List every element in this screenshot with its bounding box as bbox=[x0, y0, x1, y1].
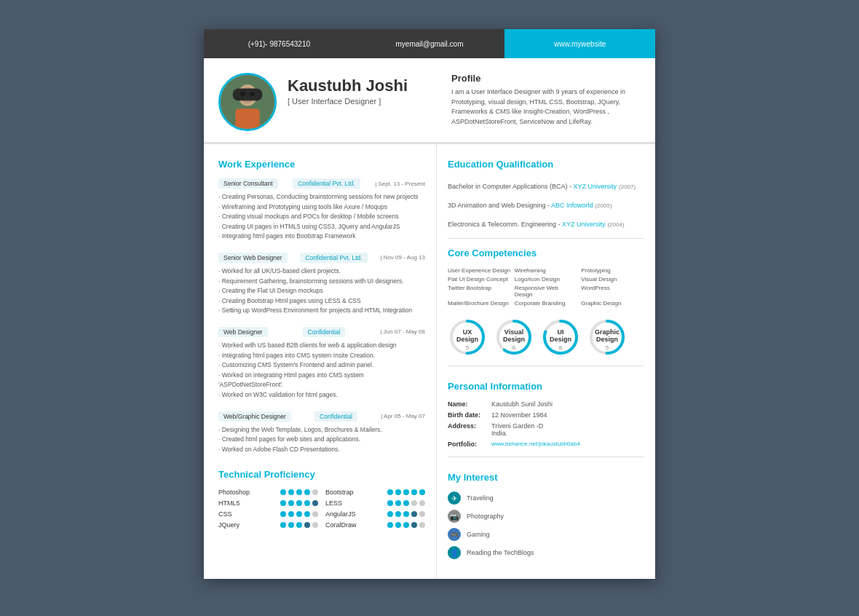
education-heading: Education Qualification bbox=[448, 159, 644, 170]
competency-item: Visual Design bbox=[581, 276, 644, 283]
edu-degree: 3D Animation and Web Designing - ABC Inf… bbox=[448, 202, 593, 209]
competency-item: Flat UI Design Concept bbox=[448, 276, 511, 283]
jobs-list: Senior Consultant Confidential Pvt. Ltd.… bbox=[218, 178, 425, 454]
job-dates: | Sept. 13 - Present bbox=[375, 181, 425, 187]
tech-name: Bootstrap bbox=[325, 489, 369, 496]
dot-filled bbox=[403, 522, 409, 528]
dot-filled bbox=[280, 522, 286, 528]
competency-item: Logo/Icon Design bbox=[515, 276, 578, 283]
dot-filled bbox=[403, 489, 409, 495]
tech-skill-row: HTML5 bbox=[218, 499, 318, 507]
dot-dark bbox=[411, 522, 417, 528]
circle-svg: UX Design 5 bbox=[448, 317, 487, 357]
phone-contact: (+91)- 9876543210 bbox=[204, 29, 355, 58]
portfolio-value: www.behance.net/jokaustubh0ab4 bbox=[491, 441, 580, 448]
job-bullet: Customizing CMS System's Frontend and ad… bbox=[218, 360, 425, 371]
email-text: myemail@gmail.com bbox=[396, 40, 464, 48]
job-bullet: Worked on integrating Html pages into CM… bbox=[218, 371, 425, 390]
interest-icon: 🎮 bbox=[448, 528, 461, 541]
edu-institution[interactable]: XYZ University bbox=[574, 183, 617, 190]
interest-label: Gaming bbox=[467, 531, 490, 538]
dot-empty bbox=[411, 500, 417, 506]
dot-filled bbox=[395, 522, 401, 528]
dot-filled bbox=[304, 511, 310, 517]
technical-heading: Technical Proficiency bbox=[218, 469, 425, 480]
job-title: Web/Graphic Designer bbox=[218, 411, 291, 422]
dot-filled bbox=[395, 511, 401, 517]
job-company: Confidential Pvt. Ltd. bbox=[293, 178, 360, 189]
skill-circles: UX Design 5 Visual Design 6 UI Design 8 … bbox=[448, 317, 644, 357]
tech-name: Photoshop bbox=[218, 489, 262, 496]
skill-circle: UI Design 8 bbox=[541, 317, 580, 357]
interest-icon: 📷 bbox=[448, 510, 461, 523]
skill-circle: Visual Design 6 bbox=[494, 317, 534, 357]
dot-dark bbox=[304, 522, 310, 528]
name-label: Name: bbox=[448, 400, 491, 408]
interests-heading: My Interest bbox=[448, 472, 644, 483]
competency-item: Wireframing bbox=[515, 267, 578, 274]
edu-institution[interactable]: ABC Infoworld bbox=[551, 202, 593, 209]
dot-empty bbox=[419, 511, 425, 517]
personal-info-heading: Personal Information bbox=[448, 381, 644, 392]
edu-year: (2004) bbox=[607, 221, 624, 228]
job-entry: Web Designer Confidential | Jun 07 - May… bbox=[218, 327, 425, 400]
edu-degree: Electronics & Telecomm. Engineering - XY… bbox=[448, 221, 605, 228]
competency-item: Corporate Branding bbox=[515, 300, 578, 307]
interests-list: ✈ Traveling 📷 Photography 🎮 Gaming 👤 Rea… bbox=[448, 491, 644, 559]
dot-filled bbox=[296, 511, 302, 517]
tech-name: LESS bbox=[325, 499, 369, 507]
work-experience-heading: Work Experience bbox=[218, 159, 425, 170]
dot-empty bbox=[312, 489, 318, 495]
dot-filled bbox=[296, 500, 302, 506]
tech-skills-grid: PhotoshopBootstrapHTML5LESSCSSAngularJSJ… bbox=[218, 489, 425, 529]
svg-text:Visual: Visual bbox=[504, 328, 523, 336]
dot-filled bbox=[296, 489, 302, 495]
address-value: Triveni Garden -D India. bbox=[491, 422, 543, 437]
education-list: Bachelor in Computer Applications (BCA) … bbox=[448, 178, 644, 229]
birthdate-info-row: Birth date: 12 November 1984 bbox=[448, 411, 644, 419]
svg-text:Design: Design bbox=[456, 336, 478, 343]
job-bullet: Creating Bootstrap Html pages using LESS… bbox=[218, 296, 425, 307]
tech-name: JQuery bbox=[218, 521, 262, 529]
tech-name: CSS bbox=[218, 510, 262, 518]
profile-section: Kaustubh Joshi [ User Interface Designer… bbox=[204, 58, 655, 144]
divider-1 bbox=[448, 238, 644, 239]
dot-filled bbox=[288, 522, 294, 528]
technical-proficiency-section: Technical Proficiency PhotoshopBootstrap… bbox=[218, 469, 425, 529]
competency-item: Responsive Web Design bbox=[515, 285, 578, 298]
interest-item: ✈ Traveling bbox=[448, 491, 644, 505]
svg-text:UX: UX bbox=[463, 328, 472, 336]
edu-year: (2007) bbox=[619, 183, 636, 190]
address-label: Address: bbox=[448, 422, 491, 437]
tech-name: HTML5 bbox=[218, 499, 262, 507]
job-bullet: Requirement Gathering, brainstorming ses… bbox=[218, 277, 425, 287]
interest-icon: ✈ bbox=[448, 491, 461, 505]
interest-label: Reading the TechBlogs bbox=[467, 549, 534, 556]
job-bullet: Worked on W3C validation for html pages. bbox=[218, 390, 425, 400]
svg-point-5 bbox=[240, 92, 245, 96]
svg-text:Design: Design bbox=[596, 336, 618, 343]
competency-item: Graphic Design bbox=[581, 300, 644, 307]
svg-point-6 bbox=[250, 92, 255, 96]
dot-filled bbox=[387, 511, 393, 517]
tech-name: CoralDraw bbox=[325, 521, 369, 529]
competency-item: User Experience Design bbox=[448, 267, 511, 274]
dot-filled bbox=[411, 489, 417, 495]
job-dates: | Nov 09 - Aug 13 bbox=[380, 254, 425, 261]
education-entry: Bachelor in Computer Applications (BCA) … bbox=[448, 178, 644, 191]
tech-skill-row: JQuery bbox=[218, 521, 318, 529]
job-bullet: Setting up WordPress Environment for pro… bbox=[218, 306, 425, 316]
profile-text-block: Profile I am a User Interface Designer w… bbox=[451, 73, 641, 131]
education-entry: Electronics & Telecomm. Engineering - XY… bbox=[448, 216, 644, 229]
address-info-row: Address: Triveni Garden -D India. bbox=[448, 422, 644, 437]
dot-filled bbox=[288, 500, 294, 506]
edu-institution[interactable]: XYZ University bbox=[562, 221, 606, 228]
svg-text:Graphic: Graphic bbox=[595, 328, 619, 336]
name-value: Kaustubh Sunil Joshi bbox=[491, 400, 553, 408]
dot-empty bbox=[312, 522, 318, 528]
svg-text:Design: Design bbox=[503, 336, 525, 343]
svg-text:Design: Design bbox=[550, 336, 571, 343]
dot-empty bbox=[419, 522, 425, 528]
circle-svg: UI Design 8 bbox=[541, 317, 580, 357]
avatar-image bbox=[221, 75, 274, 129]
